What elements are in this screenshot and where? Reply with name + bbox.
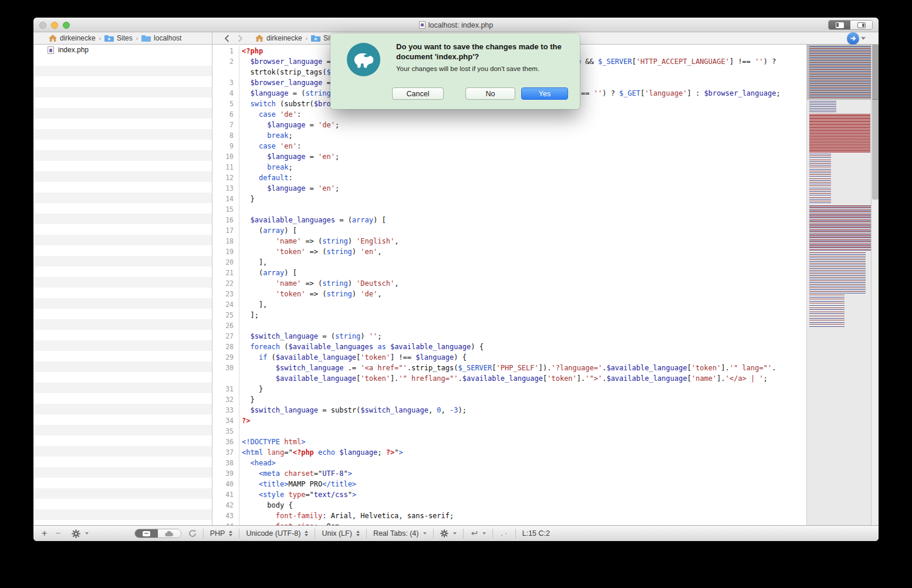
scrollbar-thumb[interactable] [872, 45, 879, 200]
text-options-menu[interactable] [440, 529, 457, 538]
line-number: 2 [212, 56, 239, 67]
breadcrumb-separator: › [99, 35, 102, 42]
divider [492, 529, 493, 539]
code-line [239, 320, 242, 331]
code-line: body { [239, 500, 293, 511]
tab-settings-popup[interactable]: Real Tabs: (4) [373, 529, 427, 538]
forward-icon[interactable] [238, 35, 243, 42]
show-invisibles-icon[interactable]: .· [499, 530, 508, 538]
code-row: 30 $switch_language .= '<a href="'.strip… [212, 363, 806, 373]
file-list-stripes [33, 66, 212, 525]
divider [463, 529, 464, 539]
line-number: 27 [212, 331, 239, 342]
action-menu[interactable] [72, 529, 89, 538]
cancel-button[interactable]: Cancel [392, 87, 444, 100]
line-number: 37 [212, 447, 239, 458]
line-number: 39 [212, 468, 239, 479]
line-number [212, 67, 239, 77]
line-number: 15 [212, 204, 239, 215]
code-line: <html lang="<?php echo $language; ?>"> [239, 447, 403, 458]
code-row: $available_language['token'].'" hreflang… [212, 373, 806, 384]
code-row: 33 $switch_language = substr($switch_lan… [212, 405, 806, 415]
code-line: (array) [ [239, 268, 297, 278]
minimap-section [809, 114, 870, 153]
code-rows: 1<?php2 $browser_language = (string) (is… [212, 46, 806, 525]
code-row: 9 case 'en': [212, 141, 806, 151]
syntax-mode-popup[interactable]: PHP [210, 529, 233, 538]
arrow-right-icon [849, 35, 857, 42]
code-row: 42 body { [212, 500, 806, 511]
no-button[interactable]: No [465, 87, 515, 100]
file-name: index.php [58, 46, 89, 54]
refresh-button[interactable] [188, 529, 197, 538]
title-bar[interactable]: localhost: index.php [33, 18, 879, 32]
right-pane-icon [857, 22, 866, 28]
code-line: $available_language['token'].'" hreflang… [239, 373, 768, 384]
code-line: <?php [239, 46, 263, 56]
remove-button[interactable]: − [55, 528, 60, 539]
code-row: 39 <meta charset="UTF-8"> [212, 468, 806, 479]
status-bar: + − PHP Unicode (UTF-8) Uni [33, 525, 879, 541]
code-minimap[interactable] [806, 45, 871, 525]
code-row: 20 ], [212, 257, 806, 268]
divider [366, 529, 367, 539]
code-row: 24 ], [212, 299, 806, 310]
code-row: 10 $language = 'en'; [212, 151, 806, 162]
add-button[interactable]: + [42, 528, 47, 539]
code-row: 27 $switch_language = (string) ''; [212, 331, 806, 342]
line-number: 14 [212, 194, 239, 204]
line-number: 12 [212, 173, 239, 183]
code-line: case 'de': [239, 109, 301, 120]
file-list-sidebar: index.php [33, 45, 212, 525]
code-line: ], [239, 257, 267, 268]
save-changes-dialog: Do you want to save the changes made to … [330, 33, 580, 109]
line-endings-popup[interactable]: Unix (LF) [322, 529, 359, 538]
layout-left-pane-button[interactable] [829, 21, 850, 29]
editor-breadcrumb-home[interactable]: dirkeinecke [266, 34, 302, 42]
line-number: 41 [212, 489, 239, 500]
line-number: 25 [212, 310, 239, 320]
folder-icon [141, 35, 151, 42]
file-row-index-php[interactable]: index.php [33, 45, 212, 55]
code-line: foreach ($available_languages as $availa… [239, 342, 484, 352]
back-icon[interactable] [224, 35, 229, 42]
minimap-section [809, 295, 845, 329]
folder-icon [311, 35, 320, 42]
local-segment[interactable] [135, 529, 158, 538]
code-line: ], [239, 299, 267, 310]
line-number: 40 [212, 479, 239, 489]
minimap-section [809, 252, 866, 293]
layout-right-pane-button[interactable] [850, 21, 872, 29]
remote-segment[interactable] [158, 529, 181, 538]
refresh-icon [188, 529, 197, 538]
vertical-scrollbar[interactable] [871, 45, 879, 525]
code-row: 14 } [212, 194, 806, 204]
code-line: <style type="text/css"> [239, 489, 356, 500]
line-wrap-menu[interactable] [470, 530, 486, 537]
window-title-wrap: localhost: index.php [33, 18, 879, 32]
breadcrumb-item-home[interactable]: dirkeinecke [60, 34, 96, 42]
code-line: case 'en': [239, 141, 301, 151]
line-number: 26 [212, 320, 239, 331]
publish-button[interactable] [847, 32, 859, 45]
divider [433, 529, 434, 539]
encoding-popup[interactable]: Unicode (UTF-8) [246, 529, 308, 538]
code-row: 7 $language = 'de'; [212, 120, 806, 130]
code-editor[interactable]: 1<?php2 $browser_language = (string) (is… [212, 45, 806, 525]
breadcrumb-item-sites[interactable]: Sites [117, 34, 133, 42]
code-line: ]; [239, 310, 259, 320]
scrollbar-viewport-segment [872, 45, 879, 100]
yes-button[interactable]: Yes [521, 87, 568, 100]
line-number: 44 [212, 521, 239, 525]
code-line: $language = 'en'; [239, 183, 339, 194]
publish-menu-chevron-icon[interactable] [861, 37, 866, 40]
breadcrumb-item-localhost[interactable]: localhost [154, 34, 181, 42]
code-line: 'name' => (string) 'Deutsch', [239, 278, 398, 289]
line-number: 20 [212, 257, 239, 268]
document-icon [419, 21, 425, 29]
line-number: 17 [212, 225, 239, 236]
line-number: 38 [212, 458, 239, 468]
return-arrow-icon [470, 530, 478, 537]
code-line: break; [239, 162, 293, 173]
code-row: 13 $language = 'en'; [212, 183, 806, 194]
